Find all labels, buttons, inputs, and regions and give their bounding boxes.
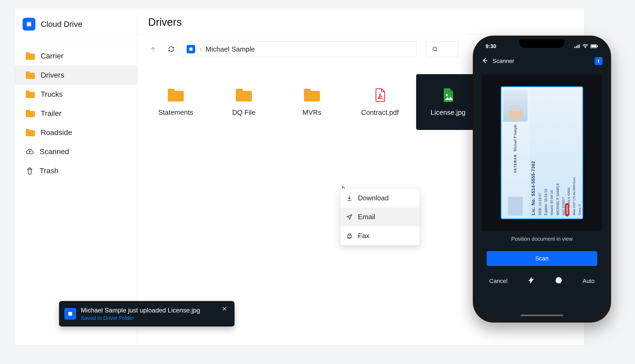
breadcrumb[interactable]: › Michael Sample: [183, 41, 417, 57]
id-dob: DOB: 10-23-57: [538, 90, 542, 215]
aperture-icon: [555, 277, 562, 284]
phone-screen: 9:30 Scanner t Michael P Sam: [477, 39, 607, 319]
sidebar-item-scanned[interactable]: Scanned: [15, 142, 137, 161]
phone-mockup: 9:30 Scanner t Michael P Sam: [473, 36, 611, 323]
toast-close-button[interactable]: ✕: [220, 304, 229, 314]
folder-icon: [168, 89, 184, 101]
sidebar-item-drivers[interactable]: Drivers: [15, 66, 137, 85]
sidebar-item-trucks[interactable]: Trucks: [15, 85, 137, 104]
phone-title: Scanner: [492, 58, 514, 65]
sidebar-item-label: Carrier: [41, 52, 64, 60]
file-label: MVRs: [303, 108, 321, 117]
context-menu-fax[interactable]: Fax: [340, 226, 420, 245]
folder-statements[interactable]: Statements: [144, 74, 208, 130]
sidebar-nav: Carrier Drivers Trucks Trailer Roadside …: [15, 40, 137, 187]
toast-title: Michael Sample just uploaded License.jpg: [81, 307, 215, 314]
sidebar: Cloud Drive Carrier Drivers Trucks Trail…: [15, 8, 137, 345]
file-label: DQ File: [232, 108, 256, 117]
breadcrumb-root-icon[interactable]: [187, 45, 195, 53]
file-label: Statements: [158, 108, 193, 117]
up-button[interactable]: [147, 43, 160, 56]
svg-point-12: [585, 47, 586, 48]
svg-rect-2: [189, 48, 193, 51]
svg-rect-7: [68, 312, 72, 316]
context-menu-label: Download: [358, 194, 389, 202]
context-menu: Download Email Fax: [340, 188, 420, 246]
id-signature: Michael P Sample: [513, 124, 517, 151]
svg-point-3: [433, 47, 437, 51]
id-name: MICHAEL P SAMPLE: [556, 90, 560, 215]
id-expires: Expires: 10-23-19: [544, 90, 548, 215]
breadcrumb-current: Michael Sample: [206, 45, 255, 53]
svg-rect-6: [348, 235, 351, 238]
sidebar-item-trailer[interactable]: Trailer: [15, 104, 137, 123]
id-street: ANY STREET: [562, 90, 565, 215]
phone-header: Scanner t: [477, 53, 607, 69]
download-icon: [346, 195, 353, 201]
search-icon: [432, 46, 438, 52]
file-contract-pdf[interactable]: Contract.pdf: [348, 74, 412, 130]
signal-icon: [574, 44, 580, 48]
folder-icon: [26, 110, 35, 117]
sidebar-item-trash[interactable]: Trash: [15, 161, 137, 180]
svg-rect-15: [597, 45, 598, 47]
refresh-button[interactable]: [165, 43, 178, 56]
folder-mvrs[interactable]: MVRs: [280, 74, 344, 130]
sidebar-item-label: Trailer: [41, 109, 61, 118]
context-menu-email[interactable]: Email: [340, 208, 420, 226]
file-license-jpg[interactable]: License.jpg: [416, 74, 480, 130]
context-menu-download[interactable]: Download: [340, 189, 420, 208]
cloud-upload-icon: [26, 148, 34, 156]
svg-rect-10: [577, 45, 578, 48]
search-input[interactable]: [426, 41, 458, 57]
folder-icon: [26, 52, 35, 60]
sidebar-item-carrier[interactable]: Carrier: [15, 46, 137, 66]
sidebar-item-roadside[interactable]: Roadside: [15, 123, 137, 142]
cancel-button[interactable]: Cancel: [489, 278, 507, 285]
id-issued: Issued: 07-04-15: [550, 90, 554, 215]
id-class: Class: D: [578, 90, 582, 215]
folder-icon: [236, 89, 252, 101]
phone-mute-switch: [473, 100, 473, 116]
brand-title: Cloud Drive: [41, 20, 82, 29]
svg-rect-8: [574, 47, 575, 48]
shutter-mode-button[interactable]: [555, 277, 562, 286]
folder-icon: [26, 71, 35, 79]
status-time: 9:30: [486, 43, 496, 49]
folder-dq-file[interactable]: DQ File: [212, 74, 276, 130]
trash-icon: [26, 167, 34, 175]
sidebar-item-label: Roadside: [41, 128, 72, 137]
folder-icon: [26, 91, 35, 98]
id-photo-small: [508, 197, 523, 216]
wifi-icon: [582, 44, 588, 48]
brand: Cloud Drive: [15, 8, 137, 40]
id-photo: [503, 90, 528, 122]
svg-rect-11: [579, 44, 580, 48]
scanner-viewport[interactable]: Michael P Sample VETERAN Lic. No. S514-5…: [482, 74, 602, 231]
flash-button[interactable]: [528, 277, 535, 286]
sidebar-item-label: Trash: [40, 167, 59, 175]
scan-button[interactable]: Scan: [487, 251, 597, 266]
phone-home-indicator[interactable]: [521, 315, 563, 316]
sidebar-item-label: Scanned: [40, 147, 69, 156]
id-donor: DONOR: [565, 203, 569, 217]
fax-icon: [346, 233, 353, 239]
scanned-id-preview: Michael P Sample VETERAN Lic. No. S514-5…: [501, 86, 583, 219]
id-lic-no: Lic. No. S514-5555-7302: [531, 90, 536, 215]
id-city: ANY TOWN IL 62650: [567, 90, 571, 215]
chevron-right-icon: ›: [199, 46, 201, 53]
back-button[interactable]: [481, 57, 488, 65]
svg-rect-1: [27, 22, 31, 26]
pdf-file-icon: [372, 88, 388, 103]
file-label: License.jpg: [431, 108, 466, 117]
scanner-area: Michael P Sample VETERAN Lic. No. S514-5…: [477, 69, 607, 319]
toast-body: Michael Sample just uploaded License.jpg…: [81, 307, 215, 321]
svg-rect-9: [576, 46, 577, 48]
app-badge-icon[interactable]: t: [595, 57, 603, 65]
id-phys: Male 5'10" 175 lbs BRN Eyes: [572, 90, 576, 215]
svg-rect-14: [591, 45, 596, 48]
toast-subtitle[interactable]: Saved to Driver Folder: [81, 315, 215, 321]
phone-volume-up: [473, 124, 473, 151]
auto-button[interactable]: Auto: [583, 278, 595, 285]
id-veteran: VETERAN: [513, 154, 517, 173]
